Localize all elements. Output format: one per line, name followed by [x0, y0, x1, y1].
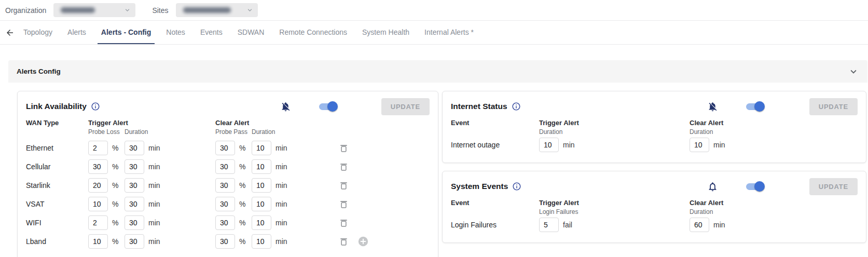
chevron-down-icon[interactable] [848, 66, 859, 77]
trigger-duration-input[interactable] [125, 215, 144, 230]
min-unit: min [713, 141, 725, 149]
probe-loss-input[interactable] [88, 178, 108, 193]
min-unit: min [275, 219, 287, 227]
clear-duration-input[interactable] [690, 218, 709, 232]
probe-loss-input[interactable] [88, 197, 108, 211]
probe-pass-input[interactable] [215, 159, 235, 174]
trash-icon [338, 236, 349, 247]
clear-duration-input[interactable] [252, 159, 271, 174]
col-trigger-alert: Trigger Alert [539, 119, 690, 127]
clear-duration-input[interactable] [252, 215, 271, 230]
trigger-duration-input[interactable] [125, 197, 144, 211]
delete-row-button[interactable] [337, 235, 350, 248]
update-button[interactable]: UPDATE [381, 98, 430, 115]
col-duration: Duration [690, 128, 713, 136]
trigger-duration-input[interactable] [125, 234, 144, 249]
probe-loss-input[interactable] [88, 141, 108, 155]
col-duration: Duration [252, 128, 337, 136]
tab-events[interactable]: Events [197, 21, 226, 44]
delete-row-button[interactable] [337, 142, 350, 155]
organization-label: Organization [5, 6, 46, 15]
probe-pass-input[interactable] [215, 234, 235, 249]
clear-duration-input[interactable] [252, 141, 271, 155]
probe-loss-input[interactable] [88, 234, 108, 249]
section-title: Alerts Config [17, 67, 61, 75]
tab-alerts-config[interactable]: Alerts - Config [98, 21, 155, 44]
col-clear-alert: Clear Alert [215, 119, 337, 127]
card-title: System Events [451, 182, 508, 191]
wan-table-row: Lband % min % min [26, 232, 430, 251]
tab-internal-alerts[interactable]: Internal Alerts * [421, 21, 477, 44]
percent-unit: % [239, 219, 245, 227]
col-trigger-alert: Trigger Alert [539, 199, 690, 207]
probe-pass-input[interactable] [215, 215, 235, 230]
chevron-down-icon [123, 6, 131, 14]
tab-system-health[interactable]: System Health [359, 21, 413, 44]
min-unit: min [275, 200, 287, 208]
wan-table-row: Starlink % min % min [26, 176, 430, 195]
min-unit: min [275, 181, 287, 190]
trash-icon [338, 180, 349, 191]
info-icon[interactable] [91, 102, 100, 111]
delete-row-button[interactable] [337, 198, 350, 211]
info-icon[interactable] [512, 102, 521, 111]
min-unit: min [148, 237, 160, 246]
col-login-failures: Login Failures [539, 208, 690, 215]
notifications-muted-icon[interactable] [707, 101, 718, 112]
min-unit: min [275, 237, 287, 246]
update-button[interactable]: UPDATE [809, 98, 858, 115]
probe-pass-input[interactable] [215, 197, 235, 211]
tab-notes[interactable]: Notes [162, 21, 189, 44]
percent-unit: % [239, 200, 245, 208]
min-unit: min [563, 141, 575, 149]
back-button[interactable] [0, 21, 20, 44]
delete-row-button[interactable] [337, 160, 350, 173]
min-unit: min [148, 181, 160, 190]
trash-icon [338, 199, 349, 210]
update-button[interactable]: UPDATE [809, 178, 858, 195]
delete-row-button[interactable] [337, 217, 350, 229]
trigger-duration-input[interactable] [539, 138, 559, 152]
probe-pass-input[interactable] [215, 141, 235, 155]
tab-alerts[interactable]: Alerts [64, 21, 90, 44]
notifications-bell-icon[interactable] [707, 181, 718, 192]
info-icon[interactable] [512, 182, 521, 191]
trigger-duration-input[interactable] [125, 178, 144, 193]
add-row-button[interactable] [356, 235, 370, 248]
percent-unit: % [112, 144, 118, 152]
probe-pass-input[interactable] [215, 178, 235, 193]
clear-duration-input[interactable] [690, 138, 709, 152]
probe-loss-input[interactable] [88, 159, 108, 174]
notifications-muted-icon[interactable] [280, 101, 291, 112]
login-failures-input[interactable] [539, 218, 559, 232]
tab-remote-connections[interactable]: Remote Connections [275, 21, 351, 44]
alerts-config-header[interactable]: Alerts Config [8, 60, 867, 83]
organization-select[interactable] [53, 3, 135, 17]
min-unit: min [148, 163, 160, 171]
wan-table-row: Cellular % min % min [26, 157, 430, 176]
col-duration: Duration [539, 128, 690, 136]
percent-unit: % [239, 237, 245, 246]
delete-row-button[interactable] [337, 179, 350, 192]
clear-duration-input[interactable] [252, 178, 271, 193]
trigger-duration-input[interactable] [125, 159, 144, 174]
probe-loss-input[interactable] [88, 215, 108, 230]
enable-toggle[interactable] [318, 101, 338, 112]
col-trigger-alert: Trigger Alert [88, 119, 215, 127]
clear-duration-input[interactable] [252, 197, 271, 211]
col-duration: Duration [125, 128, 215, 136]
col-wan-type: WAN Type [26, 119, 88, 127]
sites-label: Sites [152, 6, 168, 15]
trigger-duration-input[interactable] [125, 141, 144, 155]
topbar: Organization Sites [0, 0, 868, 21]
tab-sdwan[interactable]: SDWAN [234, 21, 268, 44]
tab-topology[interactable]: Topology [20, 21, 56, 44]
enable-toggle[interactable] [745, 181, 765, 192]
sites-select[interactable] [176, 3, 258, 17]
wan-type-label: Starlink [26, 181, 88, 190]
min-unit: min [275, 144, 287, 152]
enable-toggle[interactable] [745, 101, 765, 112]
min-unit: min [148, 219, 160, 227]
wan-table-row: VSAT % min % min [26, 195, 430, 213]
clear-duration-input[interactable] [252, 234, 271, 249]
